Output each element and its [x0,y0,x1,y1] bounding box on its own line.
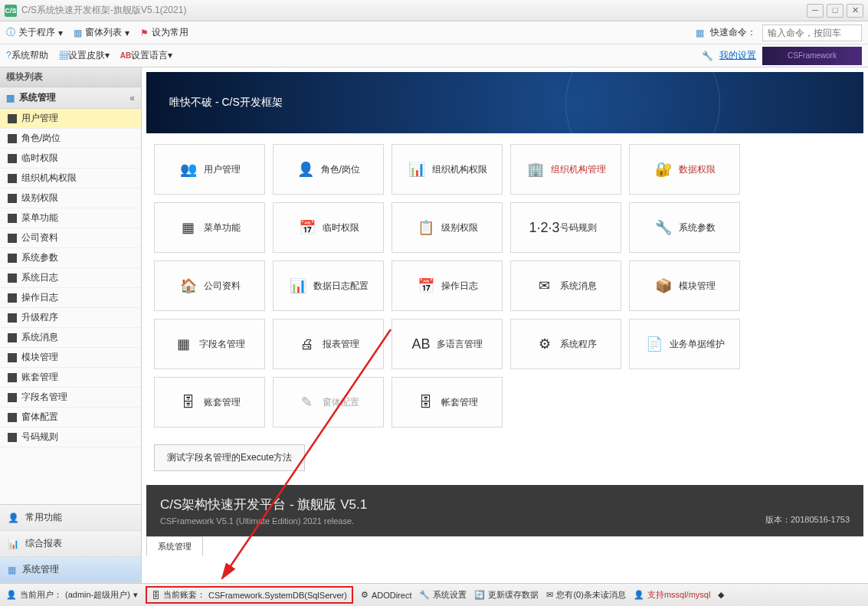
tile-icon: 🖨 [298,335,316,353]
sidebar-system-button[interactable]: ▦系统管理 [0,557,141,583]
cube-icon [8,433,17,442]
tile-icon: 🏢 [526,160,545,179]
footer-title: C/S架构快速开发平台 - 旗舰版 V5.1 [160,496,367,513]
test-execute-button[interactable]: 测试字段名管理的Execute方法 [154,444,305,471]
close-button[interactable]: ✕ [847,4,863,18]
tile-icon: 🗄 [417,393,435,411]
status-messages[interactable]: ✉您有(0)条未读消息 [546,589,625,601]
status-ado[interactable]: ⚙ADODirect [361,590,412,600]
sidebar-item-16[interactable]: 号码规则 [0,427,141,447]
status-settings[interactable]: 🔧系统设置 [419,589,467,601]
tile-icon: 🔧 [654,218,673,237]
cube-icon [8,134,17,143]
footer-subtitle: CSFramework V5.1 (Ultimate Edition) 2021… [160,516,367,526]
sidebar-item-4[interactable]: 级别权限 [0,188,141,208]
tile-17[interactable]: AB多语言管理 [391,319,503,369]
tile-4[interactable]: 🔐数据权限 [629,144,740,195]
tile-15[interactable]: ▦字段名管理 [154,319,265,369]
tile-icon: ✉ [536,277,554,295]
sidebar-item-11[interactable]: 系统消息 [0,328,141,348]
tile-19[interactable]: 📄业务单据维护 [629,319,740,369]
tile-icon: 🏠 [179,277,198,295]
tile-8[interactable]: 1·2·3号码规则 [510,202,621,253]
toolbar-secondary: ?系统帮助 ▦设置皮肤▾ AB设置语言▾ 🔧 我的设置 CSFramework [0,44,868,67]
tile-1[interactable]: 👤角色/岗位 [273,144,384,195]
language-button[interactable]: AB设置语言▾ [120,49,172,62]
chart-icon: 📊 [8,539,19,549]
tile-3[interactable]: 🏢组织机构管理 [510,144,621,195]
sidebar-report-button[interactable]: 📊综合报表 [0,531,141,557]
tile-6[interactable]: 📅临时权限 [273,202,384,253]
sidebar-item-14[interactable]: 字段名管理 [0,388,141,408]
sidebar-item-0[interactable]: 用户管理 [0,109,141,129]
tile-icon: 👥 [179,160,198,179]
status-user[interactable]: 👤当前用户：(admin-超级用户)▾ [6,589,138,601]
status-database[interactable]: 🗄当前账套：CSFramework.SystemDB(SqlServer) [146,586,353,604]
tab-strip: 系统管理 [146,536,863,556]
tile-5[interactable]: ▦菜单功能 [154,202,265,253]
help-button[interactable]: ?系统帮助 [6,49,48,62]
sidebar: 模块列表 ▦ 系统管理 « 用户管理角色/岗位临时权限组织机构权限级别权限菜单功… [0,67,142,583]
tile-icon: ⚙ [536,335,554,353]
tile-13[interactable]: ✉系统消息 [510,260,621,311]
sidebar-item-6[interactable]: 公司资料 [0,228,141,248]
tile-18[interactable]: ⚙系统程序 [510,319,621,369]
sidebar-item-12[interactable]: 模块管理 [0,348,141,368]
tile-icon: 📦 [654,277,673,295]
sidebar-item-13[interactable]: 账套管理 [0,368,141,388]
tile-12[interactable]: 📅操作日志 [391,260,503,311]
collapse-icon: « [129,93,135,103]
tab-system[interactable]: 系统管理 [146,536,203,556]
tile-11[interactable]: 📊数据日志配置 [273,260,384,311]
tile-7[interactable]: 📋级别权限 [391,202,503,253]
tile-icon: 📊 [289,277,307,295]
sidebar-item-9[interactable]: 操作日志 [0,288,141,308]
window-title: C/S系统快速开发框架-旗舰版V5.1(2021) [21,4,807,17]
grid-icon: ▦ [74,28,82,38]
set-default-button[interactable]: ⚑设为常用 [140,26,188,39]
sidebar-item-15[interactable]: 窗体配置 [0,408,141,427]
tile-16[interactable]: 🖨报表管理 [273,319,384,369]
lang-icon: AB [120,51,131,60]
status-more[interactable]: ◆ [718,590,724,600]
tile-icon: ▦ [175,335,193,353]
about-button[interactable]: ⓘ关于程序▾ [6,26,63,39]
tile-20[interactable]: 🗄账套管理 [154,377,265,427]
sidebar-item-10[interactable]: 升级程序 [0,308,141,328]
cube-icon [8,293,17,303]
cube-icon [8,234,17,243]
sidebar-item-7[interactable]: 系统参数 [0,248,141,268]
tile-10[interactable]: 🏠公司资料 [154,260,265,311]
tile-icon: 📊 [408,160,426,179]
tile-2[interactable]: 📊组织机构权限 [391,144,503,195]
tile-22[interactable]: 🗄帐套管理 [391,377,503,427]
skin-button[interactable]: ▦设置皮肤▾ [59,49,110,62]
tile-icon: 📋 [417,218,435,237]
tile-icon: ▦ [179,218,198,237]
grid-icon: ▦ [6,93,15,103]
minimize-button[interactable]: ─ [807,4,824,18]
cube-icon [8,154,17,163]
tile-icon: 📅 [298,218,316,237]
sidebar-item-8[interactable]: 系统日志 [0,268,141,288]
tile-21[interactable]: ✎窗体配置 [273,377,384,427]
status-refresh[interactable]: 🔄更新缓存数据 [474,589,539,601]
cube-icon [8,333,17,342]
sidebar-category[interactable]: ▦ 系统管理 « [0,87,141,109]
tile-14[interactable]: 📦模块管理 [629,260,740,311]
quick-cmd-input[interactable] [762,25,862,41]
tile-9[interactable]: 🔧系统参数 [629,202,740,253]
user-icon: 👤 [8,513,19,523]
maximize-button[interactable]: □ [827,4,843,18]
flag-icon: ⚑ [140,28,149,38]
tile-0[interactable]: 👥用户管理 [154,144,265,195]
my-settings-link[interactable]: 我的设置 [719,49,756,62]
sidebar-item-2[interactable]: 临时权限 [0,149,141,169]
status-support: 👤支持mssql/mysql [634,589,711,601]
sidebar-item-5[interactable]: 菜单功能 [0,208,141,228]
sidebar-item-3[interactable]: 组织机构权限 [0,169,141,188]
windows-list-button[interactable]: ▦窗体列表▾ [74,26,129,39]
sidebar-item-1[interactable]: 角色/岗位 [0,129,141,149]
content-area: 唯快不破 - C/S开发框架 👥用户管理👤角色/岗位📊组织机构权限🏢组织机构管理… [142,67,868,583]
sidebar-common-button[interactable]: 👤常用功能 [0,505,141,531]
